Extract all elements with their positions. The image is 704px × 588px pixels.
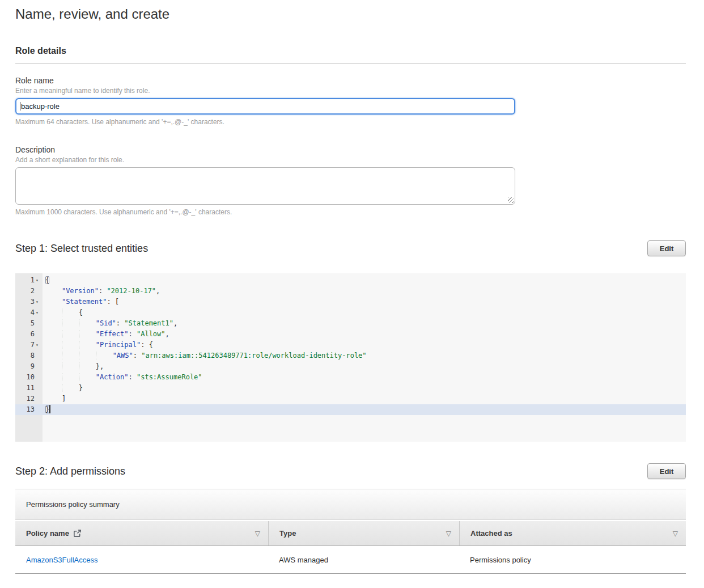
- role-name-hint: Enter a meaningful name to identify this…: [15, 87, 686, 95]
- code-line[interactable]: 4▾ {: [15, 307, 686, 318]
- filter-icon[interactable]: ▽: [446, 530, 451, 538]
- line-number: 11: [15, 383, 35, 394]
- gutter-cell: 6: [15, 329, 43, 340]
- code-text: "Statement": [: [43, 297, 119, 307]
- line-number: 2: [15, 286, 35, 297]
- fold-icon[interactable]: ▾: [35, 340, 43, 350]
- code-text: "AWS": "arn:aws:iam::541263489771:role/w…: [43, 350, 367, 361]
- page-title: Name, review, and create: [15, 6, 686, 23]
- step2-header: Step 2: Add permissions Edit: [15, 463, 686, 480]
- gutter-cell: 5: [15, 318, 43, 329]
- column-header-policy-name[interactable]: Policy name ▽: [15, 521, 268, 545]
- external-link-icon: [73, 529, 82, 538]
- step2-edit-button[interactable]: Edit: [647, 463, 686, 479]
- gutter-cell: 11: [15, 383, 43, 394]
- code-text: "Principal": {: [43, 340, 153, 350]
- page-content: Name, review, and create Role details Ro…: [0, 6, 704, 574]
- step1-edit-button[interactable]: Edit: [647, 240, 686, 256]
- cell-type: AWS managed: [268, 556, 459, 564]
- divider: [15, 64, 686, 64]
- description-constraint: Maximum 1000 characters. Use alphanumeri…: [15, 208, 686, 217]
- description-textarea[interactable]: [15, 167, 515, 205]
- code-line[interactable]: 12 ]: [15, 394, 686, 404]
- code-line[interactable]: 5 "Sid": "Statement1",: [15, 318, 686, 329]
- code-text: "Version": "2012-10-17",: [43, 286, 160, 297]
- code-text: "Effect": "Allow",: [43, 329, 169, 340]
- policy-json-editor[interactable]: 1▾{2 "Version": "2012-10-17",3▾ "Stateme…: [15, 273, 686, 442]
- role-name-constraint: Maximum 64 characters. Use alphanumeric …: [15, 118, 686, 126]
- code-line[interactable]: 10 "Action": "sts:AssumeRole": [15, 372, 686, 383]
- cell-attached-as: Permissions policy: [459, 556, 686, 564]
- code-line[interactable]: 1▾{: [15, 275, 686, 286]
- step1-header: Step 1: Select trusted entities Edit: [15, 240, 686, 257]
- fold-icon[interactable]: ▾: [35, 275, 43, 286]
- role-name-input-wrap: [15, 98, 515, 115]
- table-row: AmazonS3FullAccess AWS managed Permissio…: [15, 546, 686, 574]
- code-text: "Action": "sts:AssumeRole": [43, 372, 202, 383]
- description-label: Description: [15, 145, 686, 155]
- gutter-cell: 13: [15, 404, 43, 415]
- step1-heading: Step 1: Select trusted entities: [15, 243, 148, 255]
- line-number: 13: [15, 404, 35, 415]
- gutter-cell: 7▾: [15, 340, 43, 350]
- gutter-cell: 4▾: [15, 307, 43, 318]
- policy-name-link[interactable]: AmazonS3FullAccess: [26, 556, 97, 564]
- column-label: Type: [279, 529, 296, 538]
- resize-grip-icon[interactable]: [508, 197, 514, 203]
- column-label: Attached as: [470, 529, 512, 538]
- gutter-cell: 10: [15, 372, 43, 383]
- line-number: 4: [15, 307, 35, 318]
- gutter-cell: 3▾: [15, 297, 43, 307]
- code-text: {: [43, 307, 83, 318]
- column-header-attached-as[interactable]: Attached as ▽: [459, 521, 686, 545]
- code-line[interactable]: 7▾ "Principal": {: [15, 340, 686, 350]
- gutter-cell: 9: [15, 361, 43, 372]
- code-text: }: [43, 383, 83, 394]
- description-textarea-wrap: [15, 167, 515, 205]
- gutter-cell: 2: [15, 286, 43, 297]
- code-text: },: [43, 361, 104, 372]
- column-label: Policy name: [26, 529, 69, 538]
- code-line[interactable]: 6 "Effect": "Allow",: [15, 329, 686, 340]
- permissions-panel-title: Permissions policy summary: [15, 489, 686, 520]
- code-line[interactable]: 11 }: [15, 383, 686, 394]
- line-number: 1: [15, 275, 35, 286]
- step2-heading: Step 2: Add permissions: [15, 466, 125, 477]
- gutter-cell: 12: [15, 394, 43, 404]
- fold-icon[interactable]: ▾: [35, 307, 43, 318]
- text-cursor: [49, 405, 50, 413]
- filter-icon[interactable]: ▽: [673, 530, 678, 538]
- line-number: 6: [15, 329, 35, 340]
- gutter-cell: 8: [15, 350, 43, 361]
- cell-policy-name: AmazonS3FullAccess: [15, 556, 268, 564]
- line-number: 3: [15, 297, 35, 307]
- line-number: 10: [15, 372, 35, 383]
- gutter-cell: 1▾: [15, 275, 43, 286]
- line-number: 9: [15, 361, 35, 372]
- code-line[interactable]: 3▾ "Statement": [: [15, 297, 686, 307]
- column-header-type[interactable]: Type ▽: [268, 521, 459, 545]
- text-cursor: [20, 102, 20, 111]
- code-text: }: [43, 404, 50, 415]
- filter-icon[interactable]: ▽: [255, 530, 260, 538]
- code-line[interactable]: 13}: [15, 404, 686, 415]
- role-name-label: Role name: [15, 75, 686, 86]
- permissions-panel: Permissions policy summary Policy name ▽…: [15, 489, 686, 574]
- code-line[interactable]: 2 "Version": "2012-10-17",: [15, 286, 686, 297]
- line-number: 7: [15, 340, 35, 350]
- code-text: "Sid": "Statement1",: [43, 318, 177, 329]
- line-number: 8: [15, 350, 35, 361]
- code-text: ]: [43, 394, 66, 404]
- code-line[interactable]: 9 },: [15, 361, 686, 372]
- code-text: {: [43, 275, 49, 286]
- line-number: 12: [15, 394, 35, 404]
- description-hint: Add a short explanation for this role.: [15, 156, 686, 164]
- fold-icon[interactable]: ▾: [35, 297, 43, 307]
- role-name-input[interactable]: [15, 98, 515, 115]
- line-number: 5: [15, 318, 35, 329]
- code-line[interactable]: 8 "AWS": "arn:aws:iam::541263489771:role…: [15, 350, 686, 361]
- code-lines: 1▾{2 "Version": "2012-10-17",3▾ "Stateme…: [15, 275, 686, 415]
- table-header-row: Policy name ▽ Type ▽ Attached as: [15, 521, 686, 546]
- role-details-heading: Role details: [15, 45, 686, 57]
